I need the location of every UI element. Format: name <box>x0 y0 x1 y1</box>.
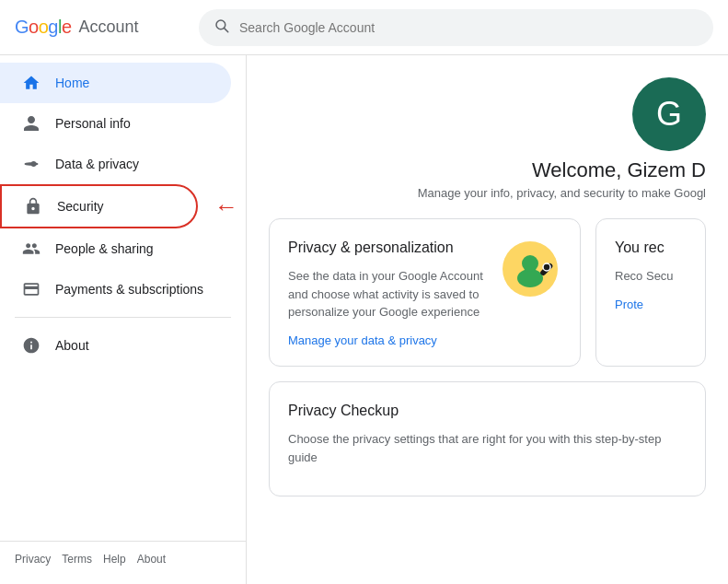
profile-section: G Welcome, Gizem D Manage your info, pri… <box>269 77 706 200</box>
footer-help-link[interactable]: Help <box>103 553 126 566</box>
sidebar-item-data-privacy[interactable]: Data & privacy <box>0 144 231 184</box>
info-icon <box>22 336 40 355</box>
sidebar-item-security[interactable]: Security ← <box>0 184 198 228</box>
logo-area: Google Account <box>15 17 199 38</box>
privacy-card: Privacy & personalization See the data i… <box>269 218 581 367</box>
cards-row: Privacy & personalization See the data i… <box>269 218 706 367</box>
person-icon <box>22 114 40 133</box>
privacy-checkup-title: Privacy Checkup <box>288 401 687 421</box>
sidebar-item-home-label: Home <box>55 76 89 90</box>
security-card: You rec Reco Secu Prote <box>595 218 706 367</box>
header: Google Account <box>0 0 728 55</box>
avatar: G <box>632 77 706 151</box>
sidebar-item-people-sharing[interactable]: People & sharing <box>0 228 231 269</box>
search-input[interactable] <box>239 20 699 35</box>
search-icon <box>214 18 230 38</box>
people-icon <box>22 239 40 258</box>
app-layout: Home Personal info Data & privacy Securi… <box>0 55 728 584</box>
home-icon <box>22 74 40 92</box>
security-card-desc: Reco Secu <box>615 267 687 286</box>
footer-privacy-link[interactable]: Privacy <box>15 553 51 566</box>
main-content: G Welcome, Gizem D Manage your info, pri… <box>247 55 728 584</box>
account-text: Account <box>79 18 139 37</box>
privacy-illustration <box>499 238 561 303</box>
sidebar-item-home[interactable]: Home <box>0 63 231 103</box>
sidebar-item-data-privacy-label: Data & privacy <box>55 157 139 171</box>
sidebar-divider <box>15 317 231 318</box>
logo-g2: g <box>48 17 58 38</box>
privacy-card-desc: See the data in your Google Account and … <box>288 267 488 321</box>
logo-e: e <box>62 17 72 38</box>
sidebar-item-payments-label: Payments & subscriptions <box>55 282 203 297</box>
sidebar-footer: Privacy Terms Help About <box>0 541 246 577</box>
search-bar[interactable] <box>199 9 713 46</box>
footer-terms-link[interactable]: Terms <box>62 553 92 566</box>
security-card-title: You rec <box>615 238 687 258</box>
logo-o2: o <box>39 17 49 38</box>
svg-point-6 <box>522 255 538 272</box>
sidebar: Home Personal info Data & privacy Securi… <box>0 55 247 584</box>
security-card-link[interactable]: Prote <box>615 298 643 311</box>
welcome-text: Welcome, Gizem D <box>532 158 706 182</box>
data-privacy-icon <box>22 155 40 173</box>
svg-line-1 <box>225 28 228 31</box>
google-logo: Google <box>15 17 72 38</box>
footer-about-link[interactable]: About <box>137 553 166 566</box>
payment-icon <box>22 280 40 298</box>
arrow-indicator: ← <box>214 193 238 221</box>
sidebar-item-payments[interactable]: Payments & subscriptions <box>0 269 231 310</box>
privacy-checkup-card: Privacy Checkup Choose the privacy setti… <box>269 381 706 496</box>
sidebar-item-about-label: About <box>55 338 89 353</box>
logo-g: G <box>15 17 29 38</box>
sidebar-item-about[interactable]: About <box>0 325 231 366</box>
svg-point-8 <box>543 263 550 271</box>
privacy-checkup-desc: Choose the privacy settings that are rig… <box>288 430 687 466</box>
privacy-card-link[interactable]: Manage your data & privacy <box>288 333 437 347</box>
sidebar-item-security-label: Security <box>57 199 104 214</box>
lock-icon <box>24 197 42 216</box>
svg-point-3 <box>31 161 37 167</box>
logo-o1: o <box>29 17 39 38</box>
sidebar-item-personal-info-label: Personal info <box>55 116 131 131</box>
manage-subtitle: Manage your info, privacy, and security … <box>418 186 706 200</box>
privacy-card-title: Privacy & personalization <box>288 238 488 258</box>
sidebar-item-people-sharing-label: People & sharing <box>55 241 154 256</box>
sidebar-item-personal-info[interactable]: Personal info <box>0 103 231 144</box>
